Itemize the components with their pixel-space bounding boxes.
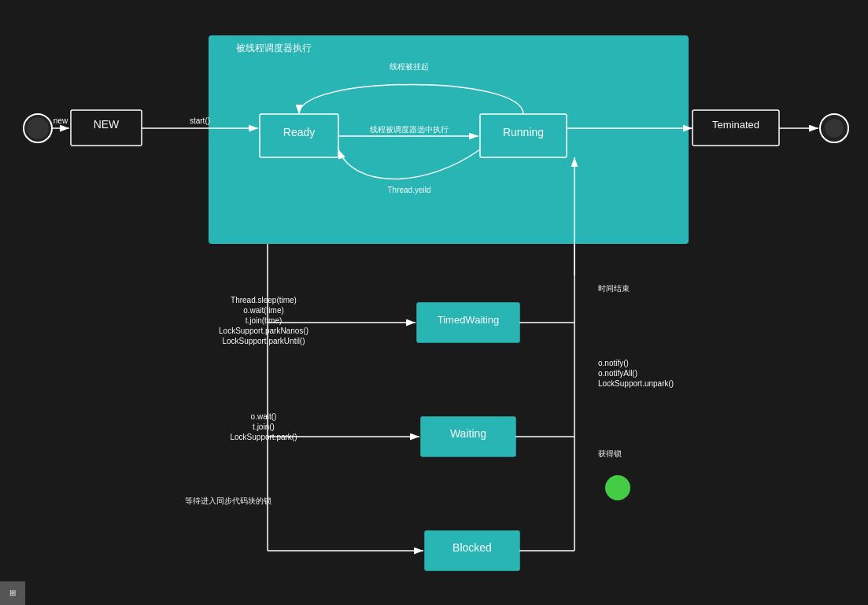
timed-waiting-label: TimedWaiting — [438, 314, 500, 326]
notify-label-2: o.notifyAll() — [598, 369, 637, 378]
new-label: NEW — [94, 118, 120, 131]
sleep-label-4: LockSupport.parkNanos() — [219, 326, 308, 335]
bottom-icon-text: ⊞ — [9, 588, 16, 597]
green-dot — [605, 475, 630, 500]
blocked-label: Blocked — [452, 541, 492, 554]
running-label: Running — [503, 126, 544, 138]
get-lock-label: 获得锁 — [598, 449, 622, 458]
sleep-label-5: LockSupport.parkUntil() — [222, 337, 305, 345]
wait-sync-label: 等待进入同步代码块的锁 — [185, 496, 271, 505]
suspended-label: 线程被挂起 — [390, 62, 429, 71]
start-dot-inner — [27, 117, 49, 139]
start-text-label: start() — [190, 116, 210, 125]
sleep-label-2: o.wait(time) — [243, 306, 284, 315]
yield-label: Thread.yeild — [387, 186, 430, 194]
new-text-label: new — [54, 116, 68, 125]
time-end-label: 时间结束 — [598, 284, 630, 293]
wait-label-3: LockSupport.park() — [230, 433, 297, 441]
end-dot-inner — [825, 119, 844, 138]
sleep-label-1: Thread.sleep(time) — [231, 296, 297, 304]
sleep-label-3: t.join(time) — [246, 316, 283, 325]
region-label: 被线程调度器执行 — [236, 42, 312, 53]
notify-label-3: LockSupport.unpark() — [598, 379, 674, 388]
waiting-label: Waiting — [450, 427, 486, 440]
ready-label: Ready — [283, 126, 315, 138]
notify-label-1: o.notify() — [598, 359, 629, 367]
selected-label: 线程被调度器选中执行 — [370, 125, 449, 134]
terminated-label: Teminated — [712, 119, 759, 131]
wait-label-1: o.wait() — [251, 412, 277, 421]
diagram-container: 被线程调度器执行 Ready Running 线程被调度器选中执行 线程被挂起 … — [0, 0, 868, 605]
wait-label-2: t.join() — [253, 422, 275, 431]
scheduler-region — [209, 35, 689, 244]
